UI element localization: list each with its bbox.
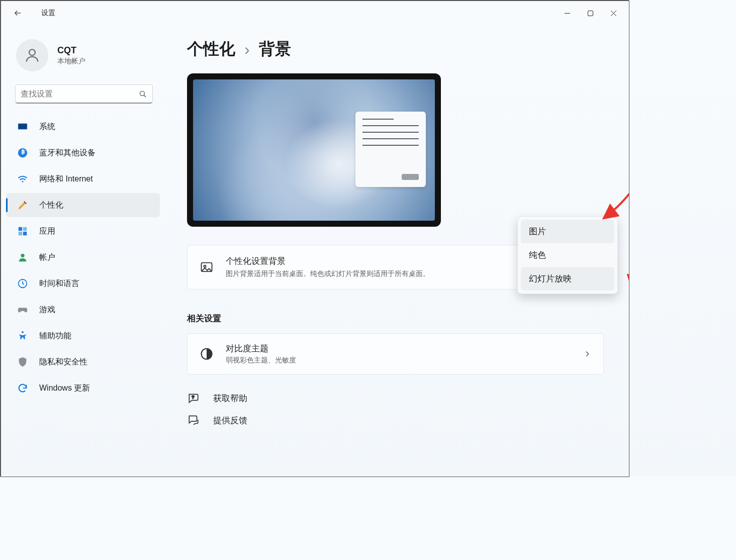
shield-icon [17, 356, 28, 367]
nav-label: 游戏 [39, 305, 55, 315]
svg-point-11 [21, 254, 24, 257]
svg-rect-7 [19, 227, 22, 231]
search-input[interactable] [21, 89, 138, 99]
svg-rect-0 [588, 11, 593, 16]
nav-list: 系统 蓝牙和其他设备 网络和 Internet 个性化 [1, 113, 167, 477]
nav-label: 蓝牙和其他设备 [39, 148, 96, 158]
nav-label: 辅助功能 [39, 331, 71, 341]
gamepad-icon [17, 304, 28, 315]
breadcrumb-parent[interactable]: 个性化 [187, 38, 235, 60]
contrast-icon [200, 347, 214, 361]
dropdown-option-picture[interactable]: 图片 [521, 220, 614, 243]
picture-icon [200, 260, 214, 274]
nav-personalization[interactable]: 个性化 [6, 193, 160, 217]
annotation-arrow-2 [596, 171, 629, 221]
svg-rect-4 [19, 124, 27, 129]
svg-text:?: ? [192, 394, 195, 400]
maximize-button[interactable] [579, 5, 602, 21]
feedback-icon [187, 414, 200, 427]
nav-accounts[interactable]: 帐户 [6, 245, 160, 269]
chevron-right-icon: › [244, 40, 250, 59]
nav-update[interactable]: Windows 更新 [6, 376, 160, 400]
svg-point-13 [22, 331, 24, 333]
svg-rect-8 [23, 227, 27, 231]
nav-label: 应用 [39, 226, 55, 237]
apps-icon [17, 226, 28, 237]
main-content: 个性化 › 背景 个性化设置背景 [167, 25, 629, 477]
profile-block[interactable]: CQT 本地帐户 [1, 30, 167, 82]
help-label: 获取帮助 [213, 393, 247, 404]
person-icon [24, 47, 41, 64]
related-settings-header: 相关设置 [187, 313, 604, 324]
update-icon [17, 383, 28, 394]
nav-system[interactable]: 系统 [6, 115, 160, 139]
preview-window [355, 112, 426, 187]
contrast-title: 对比度主题 [226, 343, 296, 354]
bg-card-desc: 图片背景适用于当前桌面。纯色或幻灯片背景则适用于所有桌面。 [226, 268, 430, 279]
give-feedback-link[interactable]: 提供反馈 [187, 414, 604, 427]
account-type: 本地帐户 [57, 57, 85, 66]
nav-label: 时间和语言 [39, 278, 79, 289]
paintbrush-icon [17, 200, 28, 211]
svg-rect-10 [23, 232, 27, 235]
accessibility-icon [17, 330, 28, 341]
close-button[interactable] [602, 5, 625, 21]
nav-label: 系统 [39, 122, 55, 132]
search-box[interactable] [15, 84, 153, 104]
background-type-dropdown: 图片 纯色 幻灯片放映 [517, 216, 618, 294]
dropdown-option-solid[interactable]: 纯色 [521, 243, 614, 267]
search-icon [138, 89, 147, 99]
chevron-right-icon [583, 350, 591, 358]
titlebar: 设置 [1, 1, 629, 25]
window-title: 设置 [41, 9, 55, 18]
nav-privacy[interactable]: 隐私和安全性 [6, 350, 160, 374]
clock-icon [17, 278, 28, 289]
minimize-button[interactable] [556, 5, 579, 21]
breadcrumb: 个性化 › 背景 [187, 38, 604, 60]
nav-label: Windows 更新 [39, 383, 90, 394]
user-name: CQT [57, 45, 85, 56]
sidebar: CQT 本地帐户 系统 蓝牙和其 [1, 25, 167, 477]
help-icon: ? [187, 392, 200, 405]
avatar [16, 39, 48, 71]
nav-label: 网络和 Internet [39, 174, 93, 184]
feedback-label: 提供反馈 [213, 415, 247, 426]
nav-label: 帐户 [39, 252, 55, 263]
svg-point-15 [204, 265, 206, 267]
nav-label: 隐私和安全性 [39, 357, 87, 367]
nav-network[interactable]: 网络和 Internet [6, 167, 160, 191]
bluetooth-icon [17, 147, 28, 158]
breadcrumb-current: 背景 [259, 38, 291, 60]
window-controls [556, 5, 625, 21]
wifi-icon [17, 173, 28, 184]
desktop-preview [187, 73, 441, 227]
nav-time[interactable]: 时间和语言 [6, 271, 160, 296]
annotation-arrow-1 [617, 272, 629, 313]
bg-card-title: 个性化设置背景 [226, 255, 430, 267]
svg-point-1 [29, 49, 35, 55]
dropdown-option-slideshow[interactable]: 幻灯片放映 [521, 267, 614, 291]
monitor-icon [17, 121, 28, 132]
nav-label: 个性化 [39, 200, 63, 211]
get-help-link[interactable]: ? 获取帮助 [187, 392, 604, 405]
nav-gaming[interactable]: 游戏 [6, 298, 160, 322]
svg-point-2 [140, 91, 144, 96]
nav-accessibility[interactable]: 辅助功能 [6, 324, 160, 348]
back-button[interactable] [7, 3, 27, 23]
svg-rect-9 [19, 232, 22, 235]
contrast-desc: 弱视彩色主题、光敏度 [226, 356, 296, 365]
contrast-theme-row[interactable]: 对比度主题 弱视彩色主题、光敏度 [187, 333, 604, 375]
nav-apps[interactable]: 应用 [6, 219, 160, 243]
svg-point-6 [22, 181, 24, 182]
user-icon [17, 252, 28, 263]
nav-bluetooth[interactable]: 蓝牙和其他设备 [6, 141, 160, 165]
